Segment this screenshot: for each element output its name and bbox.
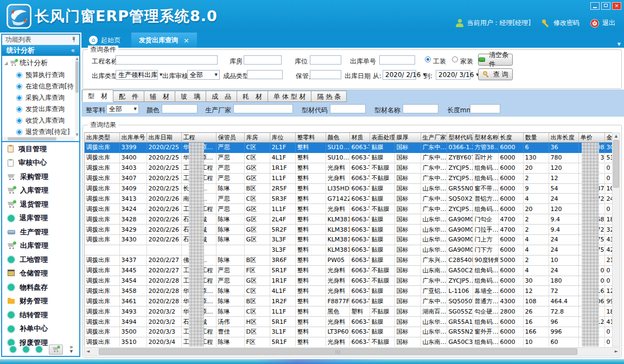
more-modules-button[interactable]: » ▼ (69, 344, 73, 354)
column-header[interactable]: 型材代码 (447, 133, 473, 143)
profile-name-input[interactable] (403, 104, 438, 113)
date-to-select[interactable]: 2020/ 3/16▼ (436, 70, 470, 80)
location-input[interactable] (310, 55, 341, 65)
table-row[interactable]: 调拨出库34302020/2/26石 城陈琳G区3L3F整料KLM3817606… (85, 235, 612, 245)
sidebar-module-cart[interactable]: 采购管理 (2, 170, 79, 184)
sidebar-module-clipboard[interactable]: 项目管理 (2, 142, 79, 156)
clear-conditions-button[interactable]: 清空条件 (478, 54, 513, 66)
table-row[interactable]: 调拨出库35002020/3/3工 共工程曹佳D区3L1F整料LT3P60606… (85, 327, 612, 337)
footer-cart-button[interactable] (49, 344, 63, 355)
table-row[interactable]: 调拨出库34072020/2/25工 共工程严思G区1L1F整料光身料6063-… (85, 173, 612, 183)
footer-dot-icon[interactable] (36, 346, 42, 353)
sidebar-module-folder[interactable]: 财务管理 (2, 295, 79, 309)
table-row[interactable]: 调拨出库34132020/2/26南 …严思C区5R3F整料G714226063… (85, 194, 612, 204)
table-row[interactable]: 调拨出库34242020/2/26工 共工程严思G区1L1F整料光身料6063-… (85, 204, 612, 214)
sidebar-module-dot[interactable]: 物料盘存 (2, 280, 79, 295)
column-header[interactable]: 工程 (181, 133, 216, 143)
column-header[interactable]: 材质 (349, 133, 370, 143)
scrollbar-thumb[interactable]: ||| (99, 348, 577, 355)
column-header[interactable]: 金 (604, 133, 612, 143)
search-button[interactable]: 查 询 (478, 68, 513, 80)
table-row[interactable]: 调拨出库34032020/2/25工 共工程严思G区1R1F整料光身料6063-… (85, 163, 612, 173)
table-row[interactable]: 调拨出库33992020/2/25华 原…严思C区2L1F整料SU10…6063… (85, 143, 612, 153)
table-row[interactable]: 调拨出库34292020/2/26石 城陈琳G区5R2F整料KLM3817606… (85, 225, 612, 235)
material-tab[interactable]: 玻 璃 (175, 91, 206, 102)
factory-input[interactable] (233, 104, 293, 113)
material-tab[interactable]: 辅 材 (144, 91, 175, 102)
tree-item[interactable]: 收货入库查询 (2, 115, 75, 126)
sidebar-module-clipboard2[interactable]: 审核中心 (2, 156, 79, 170)
product-type-input[interactable] (247, 70, 283, 79)
sidebar-module-cart-in[interactable]: 入库管理 (2, 184, 79, 198)
tree-item[interactable]: 在途信息查询[待 (2, 81, 75, 92)
sidebar-module-warehouse[interactable]: 仓储管理 (2, 267, 79, 281)
footer-dot-icon[interactable] (23, 346, 29, 353)
table-row[interactable]: 调拨出库34002020/2/25华 原…严思C区4L1F整料SU10…6063… (85, 152, 612, 163)
sidebar-module-cart-return[interactable]: 退货管理 (2, 197, 79, 212)
column-header[interactable]: 出库长度 (549, 133, 578, 143)
tree-expander-icon[interactable]: ◢ (4, 61, 8, 66)
profile-code-input[interactable] (330, 104, 366, 113)
column-header[interactable]: 颜色 (326, 133, 349, 143)
column-header[interactable]: 库房 (244, 133, 270, 143)
whole-piece-select[interactable]: 全部▼ (106, 104, 139, 114)
table-row[interactable]: 调拨出库34092020/2/25长 …陈琳B区2R5F整料LI35HD6063… (85, 183, 612, 194)
date-from-select[interactable]: 2020/ 2/16▼ (383, 70, 416, 80)
maximize-button[interactable] (601, 2, 610, 10)
material-tab[interactable]: 耗 材 (237, 91, 268, 102)
sidebar-module-dot[interactable]: 工地管理 (2, 253, 79, 267)
radio-gongzhuang[interactable] (425, 56, 431, 62)
tree-root[interactable]: ◢ 统计分析 (2, 56, 75, 69)
minimize-button[interactable] (590, 2, 600, 10)
column-header[interactable]: 型材名称 (473, 133, 498, 143)
statistics-section-header[interactable]: 统计分析 « (2, 45, 79, 56)
material-tab[interactable]: 配 件 (113, 91, 144, 102)
table-row[interactable]: 调拨出库34612020/2/28华 原…陈琳B区1R2F整料F8877FT60… (85, 296, 612, 306)
tab-shipping-query[interactable]: 发货出库查询 × (131, 33, 197, 48)
tree-item[interactable]: 退货查询[待定] (2, 126, 75, 137)
material-tab[interactable]: 型 材 (82, 90, 113, 102)
color-input[interactable] (162, 104, 198, 113)
table-row[interactable]: 调拨出库34942020/3/2石 辉城汤伟H区5R1F整料光身料6063-T5… (85, 317, 612, 327)
table-row[interactable]: 调拨出库34582020/2/28华 原…陈琳C区4L1F整料光身料6063-T… (85, 286, 612, 296)
table-horizontal-scrollbar[interactable]: ◄ ||| ► (84, 347, 620, 356)
tree-item[interactable]: 发货出库查询 (2, 104, 75, 115)
table-row[interactable]: 调拨出库34542020/2/28工 共工程严思G区1R1F整料光身料6063-… (85, 276, 612, 286)
column-header[interactable]: 库位 (270, 133, 295, 143)
warehouse-input[interactable] (244, 55, 282, 65)
table-row[interactable]: 调拨出库34282020/2/26石 城陈琳G区2L4F整料KLM3817606… (85, 214, 612, 225)
sidebar-module-dot[interactable]: 补单中心 (2, 322, 79, 336)
collapse-icon[interactable]: « (71, 45, 75, 56)
column-header[interactable]: 整零料 (295, 133, 326, 143)
material-tab[interactable]: 隔 热 条 (311, 91, 347, 102)
material-tab[interactable]: 单 体 型 材 (268, 91, 311, 102)
tab-list-caret-icon[interactable]: ▼ (617, 42, 621, 47)
sidebar-module-cart-out[interactable]: 出库管理 (2, 239, 79, 253)
tree-item[interactable]: 预算执行查询 (2, 69, 75, 81)
table-row[interactable]: 调拨出库34372020/2/27佛 …陈琳B区3R6F整料PW056063-T… (85, 255, 612, 265)
table-row[interactable]: 调拨出库34452020/2/27工 共工程严思F区5R1F整料光身料6063-… (85, 265, 612, 276)
sidebar-module-dot[interactable]: 结转管理 (2, 308, 79, 322)
column-header[interactable]: 数量 (523, 133, 549, 143)
length-input[interactable] (470, 104, 500, 113)
tab-home[interactable]: ⌂ 起始页 (82, 34, 127, 47)
tree-item[interactable]: 采购入库查询 (2, 92, 75, 104)
column-header[interactable]: 出库日期 (147, 133, 181, 143)
pin-icon[interactable] (72, 37, 76, 42)
column-header[interactable]: 单价 (578, 133, 604, 143)
close-button[interactable]: ✕ (612, 2, 621, 10)
sidebar-module-machine[interactable]: 生产管理 (2, 225, 79, 239)
keeper-input[interactable] (310, 70, 341, 79)
column-header[interactable]: 保管员 (216, 133, 244, 143)
column-header[interactable]: 长度 (498, 133, 523, 143)
table-vertical-scrollbar[interactable]: ▲ (612, 132, 620, 347)
tree-vertical-scrollbar[interactable]: ▲▼ (75, 56, 79, 137)
order-no-input[interactable] (379, 55, 415, 65)
change-password-link[interactable]: 修改密码 (553, 18, 580, 28)
logout-link[interactable]: 退出 (602, 18, 615, 28)
tab-close-icon[interactable]: × (183, 36, 189, 44)
radio-jiazhuang[interactable] (452, 56, 458, 62)
column-header[interactable]: 出库单号 (119, 133, 147, 143)
column-header[interactable]: 膜厚 (394, 133, 421, 143)
out-type-select[interactable]: 生产领料出库▼ (116, 70, 158, 80)
